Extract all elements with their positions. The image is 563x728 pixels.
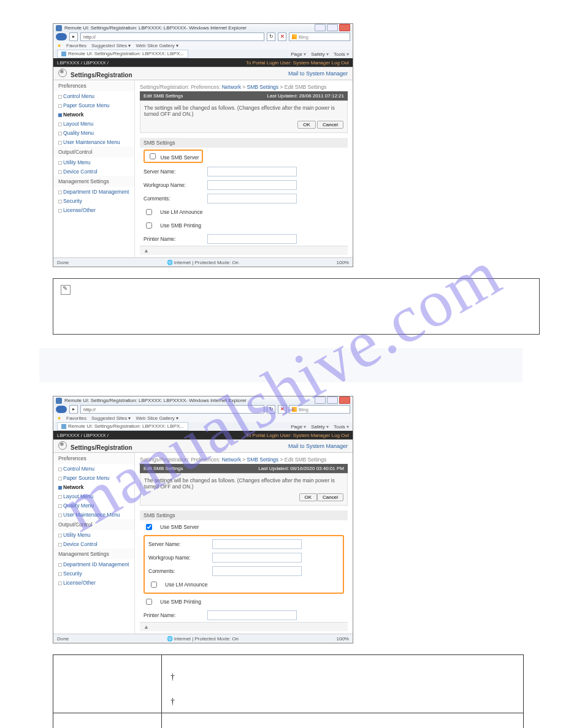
back-button[interactable]: [56, 33, 67, 40]
screenshot-2: Remote UI: Settings/Registration: LBPXXX…: [53, 396, 353, 643]
sidebar: Preferences Control Menu Paper Source Me…: [53, 80, 135, 257]
table-cell-left-1: [53, 655, 162, 713]
search-field[interactable]: Bing: [289, 32, 350, 41]
note-icon: [61, 285, 71, 295]
server-name-input-2[interactable]: [212, 539, 302, 549]
tool-tools[interactable]: Tools: [334, 51, 349, 57]
url-field[interactable]: http://: [80, 32, 264, 41]
browser-tab[interactable]: Remote UI: Settings/Registration: LBPXXX…: [57, 50, 188, 58]
status-done: Done: [57, 260, 69, 265]
cancel-button-2[interactable]: Cancel: [317, 493, 343, 501]
refresh-button[interactable]: ↻: [267, 32, 275, 41]
crumb-smb[interactable]: SMB Settings: [247, 84, 279, 90]
window-controls[interactable]: [313, 24, 350, 32]
server-name-input[interactable]: [207, 167, 297, 176]
smb-section-header: SMB Settings: [140, 138, 348, 148]
use-smb-server-checkbox-2[interactable]: [146, 524, 152, 530]
dagger-icon: †: [170, 672, 175, 681]
lm-announce-label: Use LM Announce: [160, 209, 202, 215]
description-table: † †: [53, 654, 524, 728]
sidebar-item-layout[interactable]: Layout Menu: [53, 119, 134, 128]
sidebar-item-device[interactable]: Device Control: [53, 167, 134, 176]
device-id: LBPXXXX / LBPXXXX /: [57, 60, 109, 66]
use-smb-server-checkbox[interactable]: [150, 153, 156, 159]
window-title: Remote UI: Settings/Registration: LBPXXX…: [64, 25, 247, 31]
mail-link[interactable]: Mail to System Manager: [288, 70, 348, 77]
printer-name-input[interactable]: [207, 234, 297, 244]
server-name-label: Server Name:: [144, 169, 202, 175]
pager-bar[interactable]: ▲: [140, 246, 348, 255]
sidebar-cat-mgmt: Management Settings: [53, 176, 134, 187]
gear-icon: [58, 69, 67, 77]
ie-icon: [56, 25, 62, 31]
breadcrumb: Settings/Registration: Preferences: Netw…: [140, 83, 348, 91]
highlight-smb-fields: Server Name: Workgroup Name: Comments: U…: [144, 535, 344, 594]
smb-printing-label: Use SMB Printing: [160, 222, 201, 229]
screenshot-1: Remote UI: Settings/Registration: LBPXXX…: [53, 23, 353, 267]
sidebar-item-license[interactable]: License/Other: [53, 205, 134, 214]
lm-announce-checkbox-2[interactable]: [151, 582, 157, 588]
sidebar-item-utility[interactable]: Utility Menu: [53, 157, 134, 167]
step-box: [39, 348, 523, 382]
printer-name-input-2[interactable]: [207, 610, 297, 620]
printer-name-label: Printer Name:: [144, 236, 202, 242]
smb-printing-checkbox[interactable]: [146, 222, 152, 229]
sidebar-item-deptid[interactable]: Department ID Management: [53, 187, 134, 196]
comments-input[interactable]: [207, 194, 297, 203]
comments-input-2[interactable]: [212, 566, 302, 576]
portal-topbar: LBPXXXX / LBPXXXX / To Portal Login User…: [53, 58, 353, 67]
edit-titlebar: Edit SMB SettingsLast Updated: 28/06 201…: [140, 91, 348, 100]
smb-printing-checkbox-2[interactable]: [146, 599, 152, 605]
sidebar-item-quality[interactable]: Quality Menu: [53, 128, 134, 137]
tool-page[interactable]: Page: [291, 51, 306, 57]
address-bar: ▸ http:// ↻ ✕ Bing: [53, 32, 353, 41]
note-box: [53, 278, 540, 335]
table-cell-left-2: [53, 713, 162, 729]
portal-links[interactable]: To Portal Login User: System Manager Log…: [246, 60, 349, 66]
workgroup-input-2[interactable]: [212, 553, 302, 563]
favorites-label: Favorites: [66, 43, 86, 48]
web-slice-link[interactable]: Web Slice Gallery ▾: [136, 43, 178, 48]
ok-button[interactable]: OK: [297, 121, 316, 129]
crumb-network[interactable]: Network: [222, 84, 241, 90]
favorites-icon[interactable]: ★: [57, 43, 61, 48]
dagger-icon: †: [170, 697, 175, 706]
status-zoom[interactable]: 100%: [337, 260, 349, 265]
sidebar-cat-preferences: Preferences: [53, 80, 134, 91]
cancel-button[interactable]: Cancel: [317, 121, 343, 129]
settings-title: Settings/Registration: [71, 72, 132, 78]
sidebar-item-control[interactable]: Control Menu: [53, 91, 134, 100]
suggested-sites-link[interactable]: Suggested Sites ▾: [91, 43, 131, 48]
tab-strip: Remote UI: Settings/Registration: LBPXXX…: [53, 50, 353, 58]
sidebar-item-network[interactable]: Network: [53, 110, 134, 119]
main-pane: Settings/Registration: Preferences: Netw…: [135, 80, 353, 257]
favorites-bar: ★ Favorites Suggested Sites ▾ Web Slice …: [53, 41, 353, 50]
ie-statusbar: Done Internet | Protected Mode: On 100%: [53, 257, 353, 267]
ok-button-2[interactable]: OK: [299, 493, 318, 501]
status-net: Internet | Protected Mode: On: [167, 260, 239, 265]
lm-announce-checkbox[interactable]: [146, 209, 152, 215]
stop-button[interactable]: ✕: [278, 32, 286, 41]
sidebar-item-paper[interactable]: Paper Source Menu: [53, 100, 134, 110]
table-cell-right-2: [162, 713, 524, 729]
comments-label: Comments:: [144, 195, 202, 202]
sidebar-item-security[interactable]: Security: [53, 196, 134, 205]
forward-button[interactable]: ▸: [69, 32, 78, 41]
settings-header: Settings/Registration Mail to System Man…: [53, 67, 353, 80]
highlight-use-smb-server: Use SMB Server: [144, 150, 203, 163]
use-smb-server-label: Use SMB Server: [160, 154, 199, 161]
tool-safety[interactable]: Safety: [311, 51, 329, 57]
window-titlebar: Remote UI: Settings/Registration: LBPXXX…: [53, 24, 353, 32]
workgroup-label: Workgroup Name:: [144, 182, 202, 188]
notice-box: The settings will be changed as follows.…: [140, 100, 348, 133]
workgroup-input[interactable]: [207, 180, 297, 190]
sidebar-cat-output: Output/Control: [53, 146, 134, 157]
sidebar-item-usermaint[interactable]: User Maintenance Menu: [53, 137, 134, 146]
table-cell-right-1: † †: [162, 655, 524, 713]
